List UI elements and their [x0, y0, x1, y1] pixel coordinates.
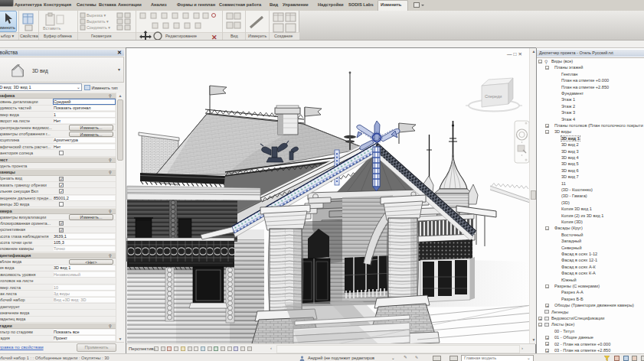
svg-text:зменить: зменить: [0, 25, 15, 30]
svg-text:Выделить ▾: Выделить ▾: [87, 19, 109, 24]
svg-text:✕: ✕: [211, 34, 217, 40]
svg-text:Вставить: Вставить: [43, 26, 60, 31]
svg-text:Спереди: Спереди: [485, 94, 502, 99]
svg-text:Соединить ▾: Соединить ▾: [87, 25, 110, 30]
svg-text:Вырезка ▾: Вырезка ▾: [87, 13, 106, 18]
